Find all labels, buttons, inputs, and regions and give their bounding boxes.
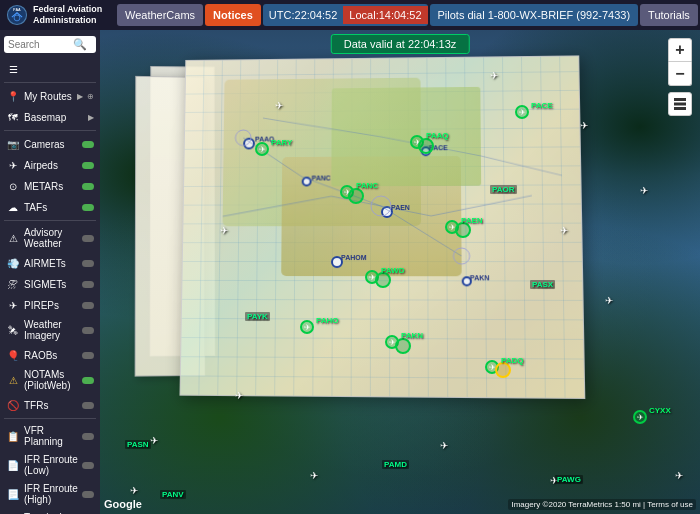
toggle-on[interactable]: [82, 204, 94, 211]
weathercams-button[interactable]: WeatherCams: [117, 4, 203, 26]
layers-icon: ☰: [6, 62, 20, 76]
search-icon[interactable]: 🔍: [73, 38, 87, 51]
sidebar-item-cameras[interactable]: 📷 Cameras: [0, 134, 100, 154]
sidebar-item-notams[interactable]: ⚠ NOTAMs (PilotWeb): [0, 366, 100, 394]
sidebar-item-vfr[interactable]: 📋 VFR Planning: [0, 422, 100, 450]
sidebar-divider: [4, 220, 96, 221]
layer-toggle-button[interactable]: [668, 92, 692, 116]
sidebar-item-terminal[interactable]: 🏢 Terminal Area: [0, 509, 100, 514]
metar-circle[interactable]: [395, 338, 411, 354]
svg-rect-7: [674, 103, 686, 106]
airport-label-pary: PARY: [271, 138, 292, 147]
utc-time: UTC:22:04:52: [263, 6, 343, 24]
airport-marker-paho[interactable]: [300, 320, 314, 334]
aircraft-icon: ✈: [605, 295, 613, 306]
airport-label-paho: PAHO: [316, 316, 339, 325]
zoom-out-button[interactable]: −: [668, 62, 692, 86]
sidebar-item-label: IFR Enroute (Low): [24, 454, 78, 476]
sidebar-item-tfrs[interactable]: 🚫 TFRs: [0, 395, 100, 415]
airport-marker-pace[interactable]: [515, 105, 529, 119]
metar-circle[interactable]: [418, 138, 434, 154]
sidebar-item-advisory[interactable]: ⚠ Advisory Weather: [0, 224, 100, 252]
sidebar-item-label: My Routes: [24, 91, 73, 102]
sidebar-item-label: IFR Enroute (High): [24, 483, 78, 505]
sidebar-item-basemap[interactable]: 🗺 Basemap ▶: [0, 107, 100, 127]
sidebar-item-my-routes[interactable]: 📍 My Routes ▶ ⊕: [0, 86, 100, 106]
sidebar-item-weather-imagery[interactable]: 🛰 Weather Imagery: [0, 316, 100, 344]
zoom-controls: + −: [668, 38, 692, 86]
sidebar-item-label: Advisory Weather: [24, 227, 78, 249]
advisory-icon: ⚠: [6, 231, 20, 245]
sidebar-item-raobs[interactable]: 🎈 RAOBs: [0, 345, 100, 365]
toggle-off[interactable]: [82, 235, 94, 242]
sidebar-item-metars[interactable]: ⊙ METARs: [0, 176, 100, 196]
toggle-off[interactable]: [82, 352, 94, 359]
airport-marker-pary[interactable]: [255, 142, 269, 156]
toggle-on[interactable]: [82, 183, 94, 190]
toggle-off[interactable]: [82, 491, 94, 498]
sidebar-item-airmets[interactable]: 💨 AIRMETs: [0, 253, 100, 273]
toggle-on[interactable]: [82, 162, 94, 169]
map-label: PASN: [125, 440, 151, 449]
airmet-icon: 💨: [6, 256, 20, 270]
expand-icon: ⊕: [87, 92, 94, 101]
sidebar-item-label: AIRMETs: [24, 258, 78, 269]
airport-label-panc: PANC: [356, 181, 378, 190]
raob-icon: 🎈: [6, 348, 20, 362]
logo-area: FAA Federal Aviation Administration: [0, 0, 115, 30]
notices-button[interactable]: Notices: [205, 4, 261, 26]
sigmet-icon: ⛈: [6, 277, 20, 291]
tutorials-button[interactable]: Tutorials: [640, 4, 698, 26]
toggle-on[interactable]: [82, 141, 94, 148]
aircraft-icon: ✈: [130, 485, 138, 496]
layer-stack-item[interactable]: ☰: [0, 59, 100, 79]
sidebar-item-airpeds[interactable]: ✈ Airpeds: [0, 155, 100, 175]
sidebar-item-label: Cameras: [24, 139, 78, 150]
search-input[interactable]: [8, 39, 73, 50]
svg-text:FAA: FAA: [13, 8, 21, 12]
toggle-on[interactable]: [82, 377, 94, 384]
sidebar-item-tafs[interactable]: ☁ TAFs: [0, 197, 100, 217]
local-time: Local:14:04:52: [343, 6, 427, 24]
map-label: PAWG: [555, 475, 583, 484]
toggle-off[interactable]: [82, 327, 94, 334]
aircraft-icon: ✈: [640, 185, 648, 196]
phone-button[interactable]: Pilots dial 1-800-WX-BRIEF (992-7433): [430, 4, 639, 26]
sidebar-item-label: PIREPs: [24, 300, 78, 311]
airport-marker-cyxx[interactable]: [633, 410, 647, 424]
sidebar-item-ifr-low[interactable]: 📄 IFR Enroute (Low): [0, 451, 100, 479]
sidebar-divider: [4, 418, 96, 419]
airport-label-pakn: PAKN: [401, 331, 423, 340]
zoom-in-button[interactable]: +: [668, 38, 692, 62]
aircraft-icon: ✈: [275, 100, 283, 111]
toggle-off[interactable]: [82, 281, 94, 288]
sidebar-divider: [4, 130, 96, 131]
aircraft-icon: ✈: [560, 225, 568, 236]
map-label: PASX: [530, 280, 555, 289]
faa-seal-icon: FAA: [6, 4, 28, 26]
sidebar-item-pireps[interactable]: ✈ PIREPs: [0, 295, 100, 315]
toggle-off[interactable]: [82, 433, 94, 440]
ifr-low-icon: 📄: [6, 458, 20, 472]
tfr-icon: 🚫: [6, 398, 20, 412]
airport-label-padq: PADQ: [501, 356, 524, 365]
toggle-off[interactable]: [82, 462, 94, 469]
aircraft-icon: ✈: [440, 440, 448, 451]
toggle-off[interactable]: [82, 260, 94, 267]
weather-imagery-icon: 🛰: [6, 323, 20, 337]
nav-bar: WeatherCams Notices UTC:22:04:52 Local:1…: [115, 0, 700, 30]
sidebar-item-ifr-high[interactable]: 📃 IFR Enroute (High): [0, 480, 100, 508]
metar-circle[interactable]: [348, 188, 364, 204]
toggle-off[interactable]: [82, 302, 94, 309]
airport-label-pace: PACE: [531, 101, 553, 110]
sidebar-item-sigmets[interactable]: ⛈ SIGMETs: [0, 274, 100, 294]
search-box[interactable]: 🔍: [4, 36, 96, 53]
aircraft-icon: ✈: [220, 225, 228, 236]
toggle-off[interactable]: [82, 402, 94, 409]
sidebar-item-label: NOTAMs (PilotWeb): [24, 369, 78, 391]
aircraft-icon: ✈: [490, 70, 498, 81]
map-label: PAMD: [382, 460, 409, 469]
map-area[interactable]: PAAQ PANC PAEN PACE PAHOM PAKN PANC PAAQ…: [100, 30, 700, 514]
sidebar-section: ☰ 📍 My Routes ▶ ⊕ 🗺 Basemap ▶ 📷 Cameras: [0, 57, 100, 514]
svg-rect-6: [674, 98, 686, 101]
